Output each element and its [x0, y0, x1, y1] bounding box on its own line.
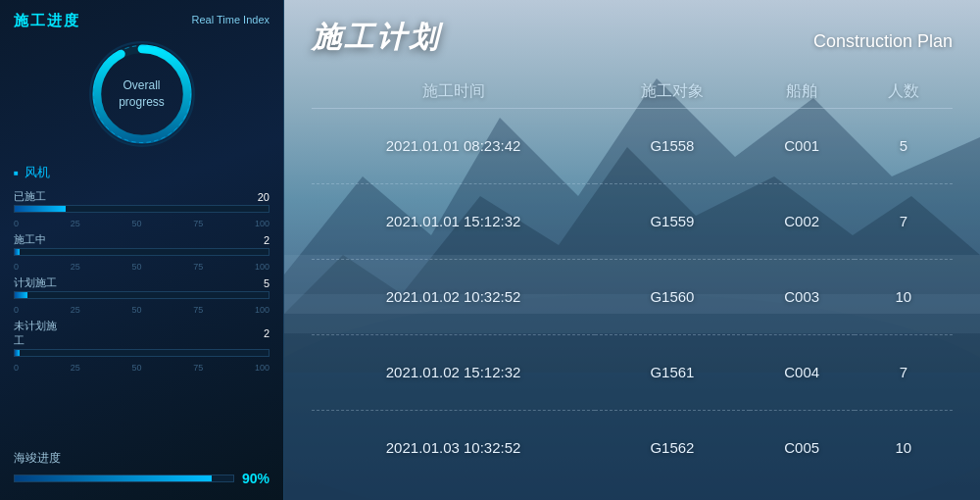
- progress-bar-fill-1: [15, 249, 20, 255]
- cell-0-1: G1558: [595, 109, 749, 184]
- circle-text: Overall progress: [119, 77, 165, 111]
- cell-3-2: C004: [750, 334, 855, 410]
- progress-bar-fill-2: [15, 292, 27, 298]
- table-row-3: 2021.01.02 15:12:32G1561C0047: [312, 334, 953, 410]
- progress-item-1: 施工中 2 0255075100: [14, 232, 270, 272]
- right-header: 施工计划 Construction Plan: [312, 18, 953, 58]
- bottom-row: 海竣进度 90%: [14, 450, 270, 486]
- cell-3-3: 7: [855, 334, 953, 410]
- cell-1-2: C002: [750, 183, 855, 259]
- bottom-bar-fill: [15, 475, 212, 481]
- progress-value-2: 5: [246, 277, 270, 289]
- left-panel: 施工进度 Real Time Index Overall progress: [0, 0, 284, 500]
- progress-bar-wrap-0: [14, 205, 270, 213]
- col-header-1: 施工对象: [595, 75, 749, 109]
- cell-4-2: C005: [750, 410, 855, 484]
- right-content: 施工计划 Construction Plan 施工时间施工对象船舶人数 2021…: [284, 0, 980, 500]
- progress-ticks-2: 0255075100: [14, 305, 270, 315]
- progress-item-2: 计划施工 5 0255075100: [14, 275, 270, 315]
- cell-2-0: 2021.01.02 10:32:52: [312, 259, 595, 334]
- cell-1-0: 2021.01.01 15:12:32: [312, 183, 595, 259]
- section-label: 风机: [14, 164, 270, 181]
- right-panel: 施工计划 Construction Plan 施工时间施工对象船舶人数 2021…: [284, 0, 980, 500]
- cell-4-3: 10: [855, 410, 953, 484]
- cell-2-1: G1560: [595, 259, 749, 334]
- cell-0-2: C001: [750, 109, 855, 184]
- table-row-1: 2021.01.01 15:12:32G1559C0027: [312, 183, 953, 259]
- progress-value-1: 2: [246, 234, 270, 246]
- col-header-2: 船舶: [750, 75, 855, 109]
- progress-label-2: 计划施工: [14, 275, 65, 290]
- bottom-pct: 90%: [242, 471, 270, 486]
- progress-value-0: 20: [246, 191, 270, 203]
- right-title: 施工计划: [312, 18, 441, 58]
- bottom-bar-wrap: [14, 475, 234, 482]
- overall-progress-circle: Overall progress: [88, 40, 196, 148]
- cell-3-0: 2021.01.02 15:12:32: [312, 334, 595, 410]
- table-row-0: 2021.01.01 08:23:42G1558C0015: [312, 109, 953, 184]
- table-body: 2021.01.01 08:23:42G1558C00152021.01.01 …: [312, 109, 953, 485]
- progress-value-3: 2: [246, 327, 270, 339]
- progress-bar-wrap-3: [14, 349, 270, 357]
- col-header-3: 人数: [855, 75, 953, 109]
- cell-0-0: 2021.01.01 08:23:42: [312, 109, 595, 184]
- cell-1-3: 7: [855, 183, 953, 259]
- progress-bar-fill-0: [15, 206, 66, 212]
- progress-ticks-1: 0255075100: [14, 262, 270, 272]
- cell-3-1: G1561: [595, 334, 749, 410]
- cell-4-1: G1562: [595, 410, 749, 484]
- progress-label-3: 未计划施工: [14, 319, 65, 348]
- progress-bar-fill-3: [15, 350, 20, 356]
- progress-bar-wrap-1: [14, 248, 270, 256]
- cell-0-3: 5: [855, 109, 953, 184]
- plan-table: 施工时间施工对象船舶人数 2021.01.01 08:23:42G1558C00…: [312, 75, 953, 484]
- cell-2-2: C003: [750, 259, 855, 334]
- progress-ticks-3: 0255075100: [14, 363, 270, 373]
- cell-4-0: 2021.01.03 10:32:52: [312, 410, 595, 484]
- col-header-0: 施工时间: [312, 75, 595, 109]
- table-header-row: 施工时间施工对象船舶人数: [312, 75, 953, 109]
- realtime-label: Real Time Index: [192, 14, 270, 25]
- progress-bar-wrap-2: [14, 291, 270, 299]
- progress-group: 已施工 20 0255075100 施工中 2 0255075100 计划施工 …: [14, 189, 270, 373]
- bottom-label: 海竣进度: [14, 450, 270, 467]
- progress-ticks-0: 0255075100: [14, 219, 270, 228]
- progress-item-3: 未计划施工 2 0255075100: [14, 319, 270, 373]
- table-row-4: 2021.01.03 10:32:52G1562C00510: [312, 410, 953, 484]
- bottom-bar-row: 90%: [14, 471, 270, 486]
- progress-item-0: 已施工 20 0255075100: [14, 189, 270, 228]
- table-row-2: 2021.01.02 10:32:52G1560C00310: [312, 259, 953, 334]
- progress-label-0: 已施工: [14, 189, 65, 204]
- circle-container: Overall progress: [14, 40, 270, 148]
- cell-1-1: G1559: [595, 183, 749, 259]
- right-subtitle: Construction Plan: [813, 31, 953, 52]
- cell-2-3: 10: [855, 259, 953, 334]
- progress-label-1: 施工中: [14, 232, 65, 247]
